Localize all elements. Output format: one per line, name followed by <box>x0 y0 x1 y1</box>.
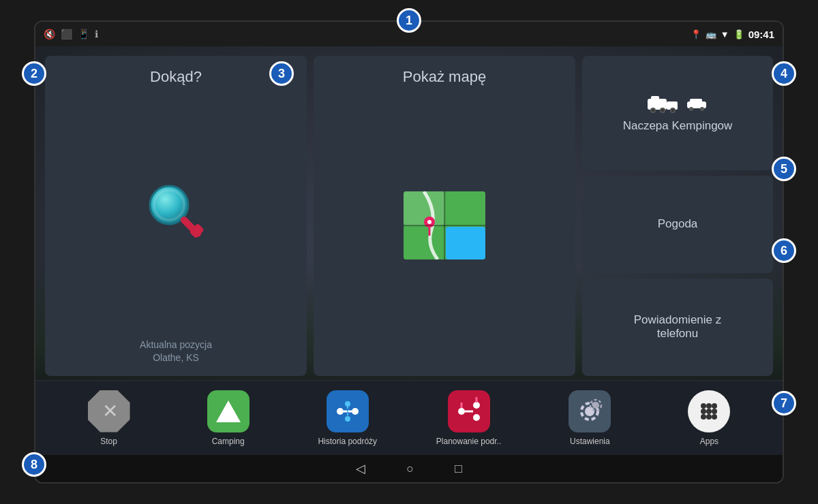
signal-off-icon: 🔇 <box>44 29 55 40</box>
time-display: 09:41 <box>748 29 774 40</box>
dokad-icon-area <box>142 86 210 338</box>
badge-8: 8 <box>22 452 46 477</box>
badge-5: 5 <box>772 157 796 181</box>
apps-label: Apps <box>700 437 718 446</box>
main-content: Dokąd? <box>35 46 783 455</box>
svg-point-31 <box>345 416 350 422</box>
card-dokad[interactable]: Dokąd? <box>45 56 307 376</box>
camping-triangle-icon <box>215 398 242 425</box>
svg-point-44 <box>706 403 712 409</box>
dock-item-apps[interactable]: Apps <box>678 390 740 446</box>
svg-point-43 <box>701 403 706 409</box>
cards-area: Dokąd? <box>35 46 783 380</box>
info-icon: ℹ <box>95 29 98 40</box>
svg-point-10 <box>427 220 431 224</box>
planning-route-icon <box>455 397 483 426</box>
nav-bar: ◁ ○ □ <box>35 455 783 482</box>
camping-label: Camping <box>212 437 245 446</box>
magnifier-icon <box>142 178 210 246</box>
svg-point-21 <box>671 109 674 112</box>
svg-rect-6 <box>446 191 485 225</box>
card-powiadomienie[interactable]: Powiadomienie z telefonu <box>582 279 773 376</box>
svg-point-47 <box>706 409 712 414</box>
dock-item-camping[interactable]: Camping <box>198 390 259 446</box>
svg-point-36 <box>473 414 480 421</box>
svg-point-41 <box>592 402 599 409</box>
wifi-icon: ▼ <box>721 29 729 40</box>
dock: ✕ Stop Camping <box>35 380 783 455</box>
apps-icon <box>688 390 730 432</box>
svg-point-33 <box>458 408 465 415</box>
image-icon: ⬛ <box>61 29 72 40</box>
svg-rect-7 <box>404 227 444 259</box>
recent-button[interactable]: □ <box>455 462 462 476</box>
svg-point-25 <box>700 107 704 111</box>
svg-point-24 <box>689 107 693 111</box>
svg-rect-15 <box>651 96 659 103</box>
history-route-icon <box>333 397 362 426</box>
settings-label: Ustawienia <box>570 437 610 446</box>
badge-2: 2 <box>22 61 46 86</box>
svg-marker-26 <box>216 400 241 422</box>
svg-point-49 <box>701 414 706 420</box>
dock-item-settings[interactable]: Ustawienia <box>559 390 620 446</box>
badge-6: 6 <box>772 238 796 263</box>
card-pokaz-mape[interactable]: Pokaż mapę <box>314 56 575 376</box>
svg-rect-23 <box>690 99 702 104</box>
status-icons-left: 🔇 ⬛ 📱 ℹ <box>44 29 98 40</box>
svg-point-51 <box>712 414 717 420</box>
dokad-subtitle: Aktualna pozycja Olathe, KS <box>140 338 212 365</box>
camping-icon <box>207 390 249 432</box>
svg-rect-5 <box>404 191 444 225</box>
naczepa-label: Naczepa Kempingow <box>623 119 733 133</box>
svg-point-46 <box>701 409 706 414</box>
svg-point-48 <box>712 409 717 414</box>
badge-4: 4 <box>772 61 796 86</box>
home-button[interactable]: ○ <box>406 462 414 476</box>
svg-point-39 <box>585 407 594 416</box>
settings-icon <box>569 390 611 432</box>
map-preview-icon <box>404 191 485 259</box>
svg-rect-8 <box>446 227 485 259</box>
svg-point-19 <box>661 109 664 112</box>
dock-item-history[interactable]: Historia podróży <box>317 390 378 446</box>
badge-7: 7 <box>772 391 796 415</box>
dock-item-planning[interactable]: Planowanie podr.. <box>436 390 501 446</box>
card-naczepa[interactable]: Naczepa Kempingow <box>582 56 773 170</box>
svg-point-27 <box>337 408 344 415</box>
svg-point-17 <box>652 109 654 112</box>
badge-1: 1 <box>397 8 421 33</box>
battery-icon: 🔋 <box>733 29 744 40</box>
truck-trailer-icon <box>648 93 682 114</box>
car-icon <box>686 96 708 111</box>
svg-point-50 <box>706 414 712 420</box>
svg-point-45 <box>712 403 717 409</box>
badge-3: 3 <box>269 61 294 86</box>
svg-point-29 <box>352 408 359 415</box>
map-icon-area <box>404 86 485 365</box>
svg-point-35 <box>473 402 480 409</box>
history-icon <box>327 390 369 432</box>
pokaz-mape-title: Pokaż mapę <box>403 68 486 86</box>
stop-icon: ✕ <box>88 390 130 432</box>
pogoda-label: Pogoda <box>658 217 698 231</box>
stop-label: Stop <box>100 437 117 446</box>
apps-dots-icon <box>696 398 722 424</box>
gear-icon <box>575 397 604 426</box>
card-pogoda[interactable]: Pogoda <box>582 176 773 273</box>
back-button[interactable]: ◁ <box>356 461 365 476</box>
right-column: Naczepa Kempingow Pogoda Powiadomienie z… <box>582 56 773 376</box>
planning-label: Planowanie podr.. <box>436 437 501 446</box>
dock-item-stop[interactable]: ✕ Stop <box>78 390 140 446</box>
dokad-title: Dokąd? <box>150 68 202 86</box>
location-icon: 📍 <box>691 29 701 40</box>
device-frame: 🔇 ⬛ 📱 ℹ 📍 🚌 ▼ 🔋 09:41 Dokąd? <box>34 20 784 484</box>
phone-icon: 📱 <box>78 29 89 40</box>
vehicle-icons <box>648 93 708 114</box>
status-right: 📍 🚌 ▼ 🔋 09:41 <box>691 29 774 40</box>
powiadomienie-text: Powiadomienie z telefonu <box>634 313 722 341</box>
history-label: Historia podróży <box>318 437 377 446</box>
bus-icon: 🚌 <box>706 29 716 40</box>
planning-icon <box>448 390 490 432</box>
svg-point-30 <box>345 401 350 407</box>
